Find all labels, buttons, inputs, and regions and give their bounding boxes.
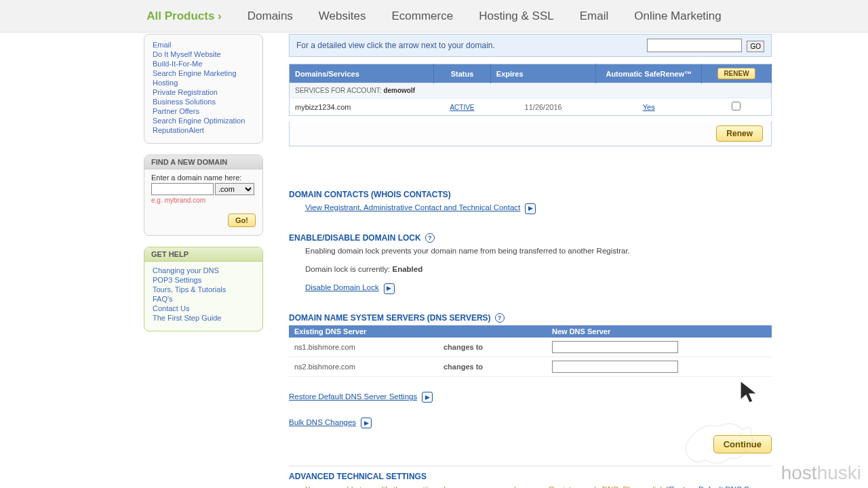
- arrow-icon[interactable]: ▶: [525, 203, 536, 214]
- help-link-faqs[interactable]: FAQ's: [153, 295, 173, 303]
- help-icon[interactable]: ?: [495, 313, 505, 323]
- dns-new-input-1[interactable]: [552, 341, 678, 353]
- nav-domains[interactable]: Domains: [248, 9, 293, 23]
- renew-checkbox[interactable]: [732, 102, 741, 110]
- nav-ecommerce[interactable]: Ecommerce: [391, 9, 453, 23]
- help-link-first-step[interactable]: The First Step Guide: [153, 314, 222, 322]
- sidebar-link-partner-offers[interactable]: Partner Offers: [153, 107, 199, 115]
- dns-changes-to: changes to: [438, 338, 547, 357]
- domain-lock-current-label: Domain lock is currently:: [305, 265, 390, 273]
- find-domain-input[interactable]: [151, 183, 214, 195]
- col-status: Status: [434, 64, 491, 83]
- cell-expires: 11/26/2016: [490, 98, 596, 116]
- sidebar-link-seo[interactable]: Search Engine Optimization: [153, 117, 245, 125]
- find-domain-box: FIND A NEW DOMAIN Enter a domain name he…: [144, 155, 263, 236]
- domain-row: mybizz1234.com ACTIVE 11/26/2016 Yes: [290, 98, 772, 116]
- col-domains-services: Domains/Services: [290, 64, 434, 83]
- cell-status-link[interactable]: ACTIVE: [450, 104, 474, 111]
- get-help-box: GET HELP Changing your DNS POP3 Settings…: [144, 247, 263, 331]
- domain-search-hint: For a detailed view click the arrow next…: [296, 41, 495, 50]
- divider: [289, 466, 772, 466]
- find-domain-title: FIND A NEW DOMAIN: [144, 155, 262, 169]
- sidebar-link-reputation-alert[interactable]: ReputationAlert: [153, 126, 204, 134]
- domain-search-bar: For a detailed view click the arrow next…: [289, 34, 772, 57]
- arrow-icon[interactable]: ▶: [361, 418, 372, 428]
- sidebar-link-private-reg[interactable]: Private Registration: [153, 88, 218, 96]
- help-link-pop3[interactable]: POP3 Settings: [153, 276, 201, 284]
- dns-col-existing: Existing DNS Server: [289, 325, 438, 338]
- section-domain-lock-title: ENABLE/DISABLE DOMAIN LOCK ?: [289, 233, 772, 243]
- arrow-icon[interactable]: ▶: [384, 283, 395, 294]
- renew-bar: Renew: [289, 121, 772, 146]
- restore-dns-link[interactable]: Restore Default DNS Server Settings: [289, 392, 417, 401]
- sidebar-link-build-it[interactable]: Build-It-For-Me: [153, 60, 202, 68]
- help-link-tours[interactable]: Tours, Tips & Tutorials: [153, 285, 226, 293]
- dns-new-input-2[interactable]: [552, 361, 678, 373]
- find-domain-go-button[interactable]: Go!: [228, 214, 256, 227]
- nav-websites[interactable]: Websites: [319, 9, 366, 23]
- find-domain-example: e.g. mybrand.com: [144, 195, 262, 204]
- renew-button[interactable]: Renew: [716, 125, 763, 142]
- nav-hosting-ssl[interactable]: Hosting & SSL: [479, 9, 554, 23]
- continue-button[interactable]: Continue: [713, 435, 772, 453]
- dns-row: ns2.bishmore.com changes to: [289, 357, 772, 377]
- disable-domain-lock-link[interactable]: Disable Domain Lock: [305, 283, 379, 291]
- domain-lock-current-value: Enabled: [392, 265, 422, 273]
- col-renew: RENEW: [702, 64, 772, 83]
- find-domain-tld-select[interactable]: .com: [215, 183, 254, 195]
- domain-lock-desc: Enabling domain lock prevents your domai…: [305, 245, 772, 257]
- section-domain-contacts-title: DOMAIN CONTACTS (WHOIS CONTACTS): [289, 190, 772, 199]
- get-help-title: GET HELP: [144, 247, 262, 262]
- view-contacts-link[interactable]: View Registrant, Administrative Contact …: [305, 203, 520, 211]
- domains-table: Domains/Services Status Expires Automati…: [289, 64, 772, 116]
- cell-saferenew-link[interactable]: Yes: [643, 103, 655, 111]
- col-saferenew: Automatic SafeRenew™: [596, 64, 702, 83]
- nav-email[interactable]: Email: [580, 9, 609, 23]
- sidebar-link-hosting[interactable]: Hosting: [153, 79, 178, 87]
- nav-all-products[interactable]: All Products: [146, 9, 222, 23]
- cell-domain: mybizz1234.com: [290, 98, 434, 116]
- sidebar-link-business-solutions[interactable]: Business Solutions: [153, 98, 216, 106]
- nav-online-marketing[interactable]: Online Marketing: [634, 9, 722, 23]
- account-row: SERVICES FOR ACCOUNT: demowolf: [290, 83, 772, 98]
- domain-search-go-button[interactable]: GO: [747, 41, 764, 52]
- help-icon[interactable]: ?: [425, 233, 435, 243]
- account-name: demowolf: [383, 87, 415, 94]
- arrow-icon[interactable]: ▶: [422, 392, 433, 403]
- dns-table: Existing DNS Server New DNS Server ns1.b…: [289, 325, 772, 377]
- top-nav: All Products Domains Websites Ecommerce …: [0, 0, 868, 33]
- dns-col-new: New DNS Server: [547, 325, 772, 338]
- section-advanced-title: ADVANCED TECHNICAL SETTINGS: [289, 472, 772, 481]
- dns-existing-2: ns2.bishmore.com: [289, 357, 438, 377]
- find-domain-label: Enter a domain name here:: [144, 174, 262, 182]
- sidebar-product-links: Email Do It Myself Website Build-It-For-…: [144, 34, 263, 144]
- bulk-dns-link[interactable]: Bulk DNS Changes: [289, 418, 356, 426]
- renew-header-button[interactable]: RENEW: [717, 68, 755, 79]
- sidebar-link-email[interactable]: Email: [153, 41, 172, 49]
- advanced-warning: You are unable to modify these settings …: [289, 484, 772, 488]
- sidebar-link-diy-website[interactable]: Do It Myself Website: [153, 50, 221, 58]
- sidebar-link-sem[interactable]: Search Engine Marketing: [153, 69, 237, 77]
- section-dns-title: DOMAIN NAME SYSTEM SERVERS (DNS SERVERS)…: [289, 313, 772, 323]
- account-label: SERVICES FOR ACCOUNT:: [295, 87, 382, 94]
- domain-search-input[interactable]: [647, 39, 742, 52]
- dns-existing-1: ns1.bishmore.com: [289, 338, 438, 357]
- col-expires: Expires: [490, 64, 596, 83]
- dns-row: ns1.bishmore.com changes to: [289, 338, 772, 357]
- dns-changes-to: changes to: [438, 357, 547, 377]
- help-link-contact[interactable]: Contact Us: [153, 304, 189, 312]
- help-link-dns[interactable]: Changing your DNS: [153, 266, 219, 274]
